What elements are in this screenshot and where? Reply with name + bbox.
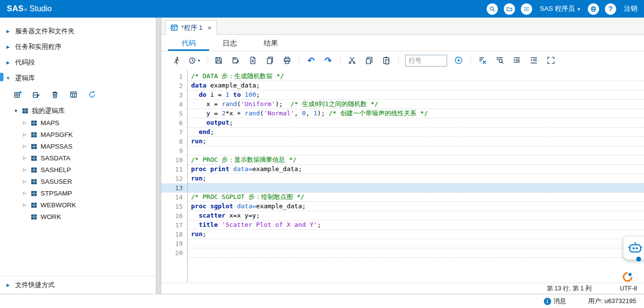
- code-line-17[interactable]: title 'Scatter Plot of X and Y';: [188, 220, 644, 230]
- search-button[interactable]: [487, 3, 498, 15]
- goto-line-button[interactable]: [453, 55, 464, 66]
- help-button[interactable]: ?: [605, 3, 616, 15]
- library-item-sashelp[interactable]: ▷SASHELP: [0, 164, 156, 176]
- library-item-webwork[interactable]: ▷WEBWORK: [0, 199, 156, 211]
- fullscreen-button[interactable]: [546, 55, 557, 66]
- pane-handle[interactable]: [0, 73, 3, 81]
- line-number[interactable]: 4: [161, 100, 187, 109]
- logout-button[interactable]: 注销: [624, 4, 637, 13]
- messages-link[interactable]: 消息: [554, 297, 566, 306]
- line-number[interactable]: 1: [161, 72, 187, 81]
- library-item-mapsgfk[interactable]: ▷MAPSGFK: [0, 129, 156, 140]
- edit-library-button[interactable]: [31, 89, 41, 99]
- library-item-maps[interactable]: ▷MAPS: [0, 117, 156, 129]
- line-number[interactable]: 11: [161, 165, 187, 174]
- copy-button[interactable]: [364, 55, 375, 66]
- code-line-12[interactable]: run;: [188, 174, 644, 183]
- line-number[interactable]: 3: [161, 90, 187, 100]
- section-tasks[interactable]: ▶ 任务和实用程序: [0, 39, 156, 55]
- code-line-20[interactable]: [188, 248, 644, 258]
- line-number[interactable]: 20: [161, 248, 187, 258]
- code-line-3[interactable]: do i = 1 to 100;: [188, 90, 644, 100]
- section-libraries[interactable]: ▼ 逻辑库: [0, 70, 156, 86]
- code-line-18[interactable]: run;: [188, 230, 644, 239]
- tab-code[interactable]: 代码: [168, 35, 209, 51]
- close-icon[interactable]: ×: [208, 24, 212, 31]
- code-line-5[interactable]: y = 2*x + rand('Normal', 0, 1); /* 创建一个带…: [188, 109, 644, 118]
- editor-code[interactable]: /* DATA 步：生成随机数据 */data example_data; do…: [188, 69, 644, 283]
- save-as-button[interactable]: [231, 55, 241, 66]
- print-button[interactable]: [588, 3, 599, 15]
- line-number-input[interactable]: [405, 55, 447, 66]
- line-number[interactable]: 18: [161, 230, 187, 239]
- apps-button[interactable]: [521, 3, 532, 15]
- code-line-13[interactable]: [188, 183, 644, 193]
- run-button[interactable]: [171, 55, 182, 66]
- redo-button[interactable]: ↷: [323, 55, 334, 66]
- download-button[interactable]: [248, 55, 258, 66]
- new-library-button[interactable]: [13, 89, 22, 99]
- table-view-button[interactable]: [68, 89, 78, 99]
- code-line-9[interactable]: [188, 146, 644, 155]
- code-line-15[interactable]: proc sgplot data=example_data;: [188, 202, 644, 211]
- line-number[interactable]: 12: [161, 174, 187, 183]
- submission-history-button[interactable]: ▾: [188, 56, 200, 65]
- export-button[interactable]: [265, 55, 276, 66]
- tab-results[interactable]: 结果: [250, 35, 291, 51]
- code-line-2[interactable]: data example_data;: [188, 81, 644, 90]
- tab-log[interactable]: 日志: [209, 35, 250, 51]
- swirl-logo-icon: [623, 272, 633, 282]
- find-replace-button[interactable]: [494, 55, 505, 66]
- program-tab[interactable]: *程序 1 ×: [165, 20, 217, 35]
- code-line-14[interactable]: /* PROC SGPLOT 步：绘制散点图 */: [188, 193, 644, 202]
- code-line-10[interactable]: /* PROC 步：显示数据摘要信息 */: [188, 155, 644, 165]
- code-line-11[interactable]: proc print data=example_data;: [188, 165, 644, 174]
- undo-button[interactable]: ↶: [306, 55, 317, 66]
- files-button[interactable]: [504, 3, 515, 15]
- line-number[interactable]: 16: [161, 211, 187, 220]
- line-number[interactable]: 14: [161, 193, 187, 202]
- cut-button[interactable]: [347, 55, 358, 66]
- library-item-sasuser[interactable]: ▷SASUSER: [0, 176, 156, 187]
- line-number[interactable]: 5: [161, 109, 187, 118]
- library-item-mapssas[interactable]: ▷MAPSSAS: [0, 140, 156, 152]
- code-line-7[interactable]: end;: [188, 128, 644, 137]
- code-line-4[interactable]: x = rand('Uniform'); /* 生成0到1之间的随机数 */: [188, 100, 644, 109]
- library-item-stpsamp[interactable]: ▷STPSAMP: [0, 187, 156, 199]
- assistant-chat-button[interactable]: [623, 237, 644, 260]
- delete-library-button[interactable]: [50, 89, 60, 99]
- search-icon: [489, 6, 495, 12]
- line-number[interactable]: 19: [161, 239, 187, 248]
- section-server-files[interactable]: ▶ 服务器文件和文件夹: [0, 23, 156, 39]
- code-editor[interactable]: 1234567891011121314151617181920 /* DATA …: [161, 69, 644, 283]
- code-line-1[interactable]: /* DATA 步：生成随机数据 */: [188, 72, 644, 81]
- print-code-button[interactable]: [282, 55, 293, 66]
- line-number[interactable]: 8: [161, 137, 187, 146]
- line-number[interactable]: 15: [161, 202, 187, 211]
- line-number[interactable]: 9: [161, 146, 187, 155]
- line-number[interactable]: 10: [161, 155, 187, 165]
- library-item-sasdata[interactable]: ▷SASDATA: [0, 152, 156, 164]
- section-snippets[interactable]: ▶ 代码段: [0, 55, 156, 70]
- code-line-6[interactable]: output;: [188, 118, 644, 128]
- library-item-work[interactable]: WORK: [0, 211, 156, 222]
- floating-logo-button[interactable]: [623, 272, 633, 282]
- paste-button[interactable]: [381, 55, 392, 66]
- indent-button[interactable]: [529, 55, 539, 66]
- line-number[interactable]: 2: [161, 81, 187, 90]
- user-menu[interactable]: SAS 程序员 ▾: [538, 4, 582, 13]
- section-file-shortcuts[interactable]: ▶ 文件快捷方式: [0, 276, 156, 294]
- code-line-16[interactable]: scatter x=x y=y;: [188, 211, 644, 220]
- line-number[interactable]: 7: [161, 128, 187, 137]
- line-number[interactable]: 6: [161, 118, 187, 128]
- code-line-8[interactable]: run;: [188, 137, 644, 146]
- line-number[interactable]: 17: [161, 220, 187, 230]
- table-icon: [69, 90, 78, 99]
- refresh-button[interactable]: [87, 89, 97, 99]
- code-line-19[interactable]: [188, 239, 644, 248]
- save-button[interactable]: [214, 55, 224, 66]
- clear-code-button[interactable]: [477, 55, 488, 66]
- tree-item-my-libraries[interactable]: ▼ 我的逻辑库: [0, 105, 156, 117]
- format-code-button[interactable]: [512, 55, 522, 66]
- line-number[interactable]: 13: [161, 183, 187, 193]
